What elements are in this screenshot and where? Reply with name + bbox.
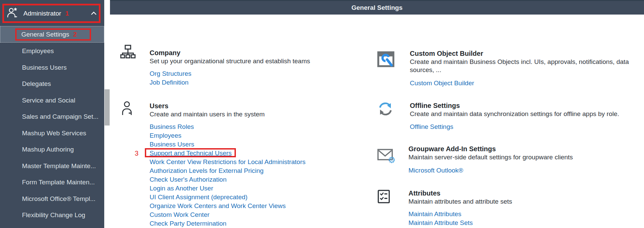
section-link[interactable]: Maintain Attribute Sets [408,219,473,226]
annotation-number-1: 1 [65,10,69,17]
sidebar-item-label: Mashup Authoring [22,146,74,153]
sidebar-administrator-label: Administrator [23,10,61,17]
link-row: Custom Object Builder [410,79,644,88]
sidebar-item-label: Employees [22,47,54,55]
link-row: Offline Settings [410,122,644,131]
sidebar-item-label: Sales and Campaign Set... [22,113,98,120]
section-users: Users Create and maintain users in the s… [120,102,377,228]
section-title: Groupware Add-In Settings [408,145,643,153]
link-row: Job Definition [150,78,377,87]
sidebar-item-administrator[interactable]: Administrator 1 [2,4,101,23]
sidebar-item[interactable]: Business Users [0,60,104,76]
sidebar-item[interactable]: Mashup Authoring [0,141,104,158]
page-header: General Settings [110,1,644,15]
section-link[interactable]: Work Center View Restrictions for Local … [150,158,306,165]
sidebar-item-label: Form Template Mainten... [22,179,95,186]
annotation-number-2: 2 [73,31,77,38]
link-row: Check Party Determination [150,219,377,228]
link-row: Business Users [150,140,377,149]
section-description: Create and maintain Business Objects inc… [410,58,644,74]
section-description: Maintain attributes and attribute sets [408,198,643,206]
section-link[interactable]: Support and Technical Users [150,150,232,157]
section-link[interactable]: Offline Settings [410,123,453,130]
section-link[interactable]: Custom Work Center [150,211,209,218]
org-chart-icon [120,45,136,60]
link-row: Microsoft Outlook® [408,166,643,175]
link-row: Organize Work Centers and Work Center Vi… [150,202,377,210]
link-row: Login as Another User [150,184,377,193]
sidebar-scrollbar[interactable] [104,0,110,228]
section-link[interactable]: Business Users [150,141,194,148]
gear-icon: ⚙ [388,156,396,164]
scrollbar-thumb[interactable] [105,89,110,126]
section-title: Attributes [408,189,643,197]
sidebar-item[interactable]: Flexibility Change Log [0,207,104,224]
section-link[interactable]: Custom Object Builder [410,79,474,87]
section-title: Offline Settings [410,102,644,109]
section-custom-object-builder: Custom Object Builder Create and maintai… [377,50,644,88]
sidebar-item-label: Service and Social [22,97,75,104]
section-link[interactable]: Employees [150,132,181,139]
section-link[interactable]: Check User's Authorization [150,176,227,183]
sidebar-item-label: Mashup Web Services [22,130,86,137]
sidebar-item-label: Delegates [22,80,51,88]
link-row: Business Roles [150,122,377,131]
section-title: Company [150,49,377,56]
section-link[interactable]: Business Roles [150,123,194,130]
section-description: Create and maintain data synchronization… [410,110,644,118]
section-groupware: ⚙ Groupware Add-In Settings Maintain ser… [377,145,644,175]
section-link[interactable]: Org Structures [150,70,192,77]
sidebar-item-label: Microsoft Office® Templ... [22,195,95,203]
annotation-number: 3 [135,149,138,158]
link-row: Org Structures [150,69,377,78]
sidebar-item[interactable]: Service and Social [0,92,104,109]
section-attributes: Attributes Maintain attributes and attri… [377,189,644,227]
sidebar-item-label: Business Users [22,64,67,71]
sidebar-item-general-settings[interactable]: General Settings 2 [0,26,104,43]
link-row: Maintain Attribute Sets [408,219,643,227]
section-offline-settings: Offline Settings Create and maintain dat… [377,102,644,131]
sync-arrows-icon [377,101,394,118]
sidebar-item[interactable]: Master Template Mainte... [0,158,104,175]
sidebar: Administrator 1 General Settings 2 Emplo… [0,0,104,228]
person-icon [120,101,134,117]
checklist-icon [377,189,390,205]
section-link[interactable]: Login as Another User [150,185,213,192]
sidebar-item[interactable]: Delegates [0,76,104,92]
section-link[interactable]: Organize Work Centers and Work Center Vi… [150,202,286,209]
section-link[interactable]: Microsoft Outlook® [408,167,463,174]
link-row: Check User's Authorization [150,175,377,184]
annotation-box-2: General Settings 2 [15,28,91,41]
link-row: 3 Support and Technical Users [150,149,377,158]
section-link[interactable]: Authorization Levels for External Pricin… [150,167,264,174]
envelope-gear-icon: ⚙ [377,149,393,162]
section-link[interactable]: Check Party Determination [150,220,226,227]
sidebar-item[interactable]: Microsoft Office® Templ... [0,191,104,207]
link-row: Work Center View Restrictions for Local … [150,158,377,166]
sidebar-item[interactable]: Form Template Mainten... [0,174,104,191]
section-description: Maintain server-side default settings fo… [408,153,643,161]
sidebar-item[interactable]: Employees [0,43,104,60]
link-row: Custom Work Center [150,210,377,219]
sidebar-nav-list: Employees Business Users Delegates Servi… [0,43,104,224]
section-link[interactable]: UI Client Assignment (deprecated) [150,193,247,201]
section-link[interactable]: Job Definition [150,79,188,86]
page-title: General Settings [352,4,403,12]
section-title: Users [150,102,377,110]
window-wrench-icon [377,50,396,71]
section-description: Create and maintain users in the system [150,110,377,118]
admin-user-icon [7,7,18,20]
section-link[interactable]: Maintain Attributes [408,210,461,218]
sidebar-general-settings-label: General Settings [21,31,69,38]
link-row: Authorization Levels for External Pricin… [150,166,377,175]
section-title: Custom Object Builder [410,50,644,57]
section-company: Company Set up your organizational struc… [120,49,377,87]
section-description: Set up your organizational structure and… [150,57,377,65]
link-row: Employees [150,131,377,140]
link-row: Maintain Attributes [408,210,643,219]
sidebar-item-label: Master Template Mainte... [22,162,96,170]
chevron-up-icon[interactable] [91,12,97,15]
sidebar-item[interactable]: Mashup Web Services [0,125,104,142]
sidebar-item[interactable]: Sales and Campaign Set... [0,109,104,125]
link-row: UI Client Assignment (deprecated) [150,193,377,202]
